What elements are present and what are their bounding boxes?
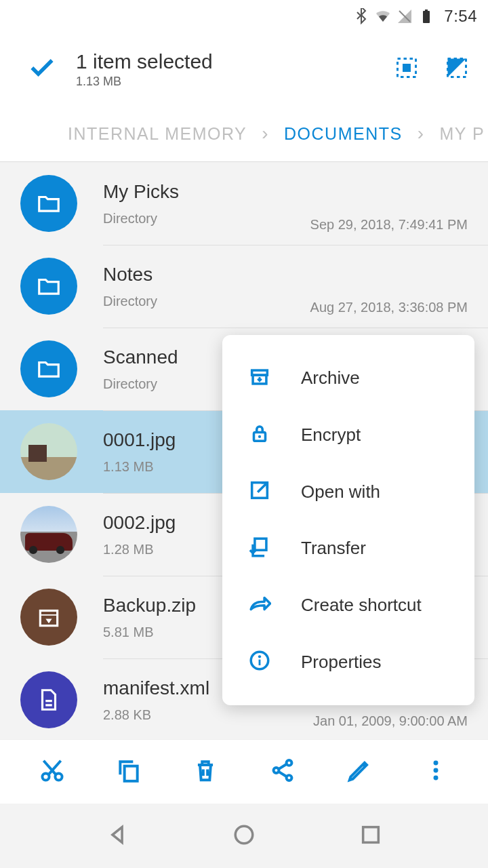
file-date: Sep 29, 2018, 7:49:41 PM bbox=[310, 217, 468, 233]
svg-rect-11 bbox=[255, 538, 266, 550]
breadcrumb: INTERNAL MEMORY › DOCUMENTS › MY P bbox=[0, 106, 488, 161]
select-all-icon bbox=[394, 56, 419, 80]
svg-rect-0 bbox=[423, 11, 430, 23]
file-date: Jan 01, 2009, 9:00:00 AM bbox=[313, 713, 468, 729]
breadcrumb-item[interactable]: INTERNAL MEMORY bbox=[68, 124, 247, 144]
signal-icon bbox=[396, 8, 413, 24]
context-menu: ArchiveEncryptOpen withTransferCreate sh… bbox=[222, 335, 474, 705]
menu-item-transfer[interactable]: Transfer bbox=[222, 528, 474, 569]
status-bar: 7:54 bbox=[0, 0, 488, 33]
chevron-right-icon: › bbox=[418, 123, 425, 144]
selection-title: 1 item selected bbox=[76, 50, 394, 73]
back-button[interactable] bbox=[106, 823, 129, 849]
menu-item-properties[interactable]: Properties bbox=[222, 642, 474, 682]
square-recent-icon bbox=[359, 823, 382, 846]
file-thumbnail bbox=[20, 175, 77, 232]
svg-rect-1 bbox=[425, 9, 428, 12]
menu-label: Archive bbox=[301, 368, 360, 389]
more-vertical-icon bbox=[423, 757, 449, 783]
menu-item-create-shortcut[interactable]: Create shortcut bbox=[222, 585, 474, 625]
wifi-icon bbox=[375, 8, 391, 24]
status-time: 7:54 bbox=[444, 7, 477, 26]
selection-header: 1 item selected 1.13 MB bbox=[0, 33, 488, 106]
copy-icon bbox=[116, 757, 142, 783]
svg-point-9 bbox=[258, 435, 261, 438]
pencil-icon bbox=[346, 757, 372, 783]
home-button[interactable] bbox=[232, 823, 256, 849]
svg-rect-17 bbox=[125, 766, 138, 781]
triangle-back-icon bbox=[106, 823, 129, 846]
more-button[interactable] bbox=[423, 757, 449, 786]
recent-button[interactable] bbox=[359, 823, 382, 849]
bluetooth-icon bbox=[353, 8, 369, 24]
check-icon bbox=[27, 53, 57, 83]
confirm-button[interactable] bbox=[27, 53, 57, 85]
archive-box-icon bbox=[248, 366, 271, 391]
share-arrow-icon bbox=[248, 592, 271, 618]
cut-button[interactable] bbox=[39, 757, 65, 786]
file-thumbnail bbox=[20, 423, 77, 480]
circle-home-icon bbox=[232, 823, 256, 846]
breadcrumb-item[interactable]: DOCUMENTS bbox=[284, 124, 403, 144]
file-name: My Picks bbox=[103, 181, 468, 203]
svg-rect-3 bbox=[403, 64, 411, 72]
file-row[interactable]: My PicksDirectorySep 29, 2018, 7:49:41 P… bbox=[0, 162, 488, 245]
selection-size: 1.13 MB bbox=[76, 75, 394, 89]
file-thumbnail bbox=[20, 671, 77, 728]
transfer-icon bbox=[248, 536, 271, 561]
cut-icon bbox=[39, 757, 65, 783]
svg-point-21 bbox=[434, 760, 439, 765]
svg-point-23 bbox=[434, 776, 439, 781]
select-inverse-icon bbox=[445, 56, 469, 80]
file-thumbnail bbox=[20, 506, 77, 563]
svg-point-13 bbox=[258, 655, 261, 658]
menu-label: Encrypt bbox=[301, 425, 361, 446]
select-inverse-button[interactable] bbox=[445, 56, 469, 83]
file-thumbnail bbox=[20, 340, 77, 397]
delete-button[interactable] bbox=[192, 757, 218, 786]
svg-point-24 bbox=[235, 826, 253, 844]
open-ext-icon bbox=[248, 479, 271, 505]
edit-button[interactable] bbox=[346, 757, 372, 786]
battery-icon bbox=[418, 8, 434, 24]
svg-rect-25 bbox=[363, 827, 378, 842]
action-toolbar bbox=[0, 739, 488, 804]
file-name: Notes bbox=[103, 264, 468, 285]
menu-item-open-with[interactable]: Open with bbox=[222, 471, 474, 512]
file-row[interactable]: NotesDirectoryAug 27, 2018, 3:36:08 PM bbox=[0, 245, 488, 328]
lock-icon bbox=[248, 422, 271, 448]
share-button[interactable] bbox=[270, 757, 296, 786]
copy-button[interactable] bbox=[116, 757, 142, 786]
system-navbar bbox=[0, 804, 488, 868]
chevron-right-icon: › bbox=[262, 123, 269, 144]
menu-item-encrypt[interactable]: Encrypt bbox=[222, 414, 474, 455]
svg-point-22 bbox=[434, 768, 439, 773]
info-icon bbox=[248, 649, 271, 675]
file-thumbnail bbox=[20, 589, 77, 646]
menu-item-archive[interactable]: Archive bbox=[222, 358, 474, 399]
svg-rect-14 bbox=[259, 660, 261, 666]
share-icon bbox=[270, 757, 296, 783]
menu-label: Open with bbox=[301, 481, 380, 502]
menu-label: Create shortcut bbox=[301, 595, 422, 616]
menu-label: Transfer bbox=[301, 538, 366, 559]
file-date: Aug 27, 2018, 3:36:08 PM bbox=[310, 300, 468, 315]
select-all-button[interactable] bbox=[394, 56, 419, 83]
file-thumbnail bbox=[20, 258, 77, 315]
trash-icon bbox=[192, 757, 218, 783]
breadcrumb-item[interactable]: MY P bbox=[439, 124, 485, 144]
menu-label: Properties bbox=[301, 652, 382, 673]
